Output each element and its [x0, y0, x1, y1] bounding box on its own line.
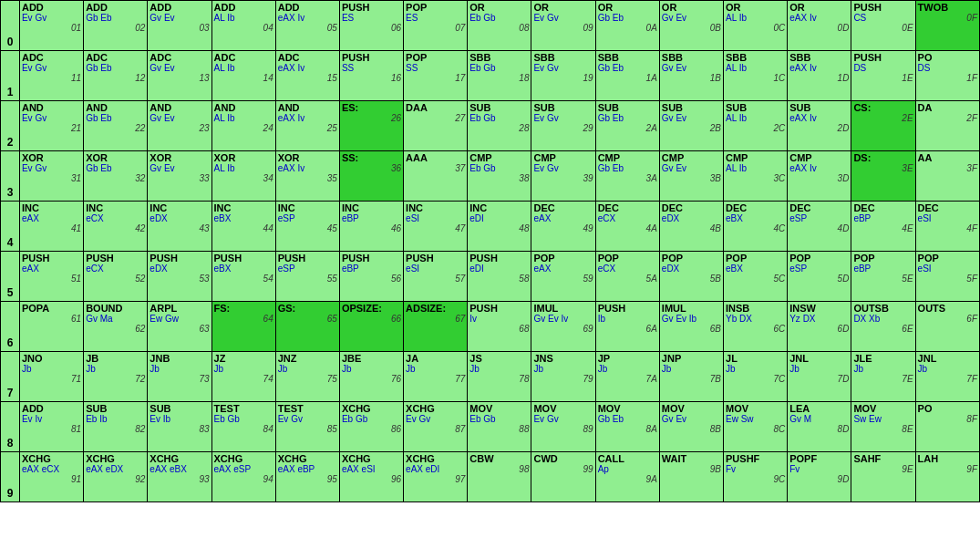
opcode-operands: eBP	[342, 264, 401, 274]
opcode-cell: PUSHCS0E	[851, 1, 915, 51]
opcode-cell: DA2F	[915, 101, 979, 151]
opcode-mnemonic: INSB	[726, 303, 785, 314]
opcode-hex: 44	[214, 223, 273, 233]
opcode-hex: 96	[342, 474, 401, 484]
row-label: 0	[1, 1, 20, 51]
opcode-mnemonic: MOV	[533, 403, 593, 414]
opcode-hex: 16	[342, 73, 401, 83]
opcode-mnemonic: AND	[22, 102, 81, 113]
row-label: 4	[1, 202, 20, 252]
opcode-mnemonic: XCHG	[406, 403, 465, 414]
opcode-hex: 5A	[598, 274, 657, 284]
opcode-hex: 4F	[918, 223, 977, 233]
opcode-hex: 97	[406, 474, 465, 484]
opcode-hex: 65	[278, 314, 337, 324]
opcode-operands: Gb Eb	[598, 414, 657, 424]
opcode-cell: OReAX Iv0D	[788, 1, 851, 51]
opcode-operands: eAX Iv	[278, 13, 337, 23]
opcode-hex: 26	[342, 113, 401, 123]
opcode-cell: JBJb72	[84, 352, 148, 402]
opcode-cell: ADCGb Eb12	[84, 51, 148, 101]
opcode-operands: Eb Gb	[469, 414, 529, 424]
opcode-hex: 5C	[726, 274, 785, 284]
opcode-mnemonic: DEC	[533, 202, 593, 213]
opcode-operands: eDX	[662, 264, 721, 274]
opcode-cell: XORGv Ev33	[148, 151, 211, 202]
opcode-hex: 46	[342, 223, 401, 233]
opcode-mnemonic: MOV	[662, 403, 721, 414]
opcode-cell: SUBEv Ib83	[148, 402, 211, 452]
opcode-hex: 32	[86, 173, 145, 183]
opcode-cell: MOVSw Ew8E	[851, 402, 915, 452]
opcode-operands: eDX	[150, 264, 209, 274]
opcode-mnemonic: DEC	[662, 202, 721, 213]
opcode-hex: 1F	[918, 73, 977, 83]
opcode-mnemonic: POP	[406, 2, 465, 13]
opcode-operands: Jb	[533, 364, 593, 374]
opcode-hex: 9C	[726, 474, 785, 484]
opcode-operands: Gv Ev	[150, 163, 209, 173]
opcode-operands: eAX eSP	[214, 464, 273, 474]
opcode-cell: POPFFv9D	[788, 452, 851, 502]
opcode-mnemonic: JNL	[789, 353, 849, 364]
opcode-operands: Gb Eb	[598, 63, 657, 73]
opcode-hex: 58	[469, 274, 529, 284]
opcode-hex: 1B	[662, 73, 721, 83]
opcode-operands: Sw Ew	[853, 414, 913, 424]
opcode-hex: 92	[86, 474, 145, 484]
opcode-cell: XCHGeAX eSP94	[211, 452, 275, 502]
opcode-hex: 0B	[662, 23, 721, 33]
opcode-operands: eAX eBP	[278, 464, 337, 474]
opcode-cell: INCeCX42	[84, 202, 148, 252]
opcode-cell: INCeBX44	[211, 202, 275, 252]
opcode-operands: eAX eDI	[406, 464, 465, 474]
opcode-mnemonic: SUB	[598, 102, 657, 113]
opcode-operands: Ev Ib	[150, 414, 209, 424]
opcode-hex: 7E	[853, 374, 913, 384]
opcode-hex: 2A	[598, 123, 657, 133]
opcode-cell: PUSHeSI57	[404, 252, 468, 302]
opcode-cell: JNSJb79	[531, 352, 595, 402]
opcode-cell: OREv Gv09	[531, 1, 595, 51]
opcode-hex: 0A	[598, 23, 657, 33]
opcode-mnemonic: DAA	[406, 102, 465, 113]
opcode-cell: SUBAL Ib2C	[724, 101, 788, 151]
opcode-cell: DECeCX4A	[595, 202, 659, 252]
opcode-operands: eAX	[22, 213, 81, 223]
opcode-cell: ORGb Eb0A	[595, 1, 659, 51]
opcode-operands: AL Ib	[726, 13, 785, 23]
opcode-mnemonic: POP	[598, 253, 657, 264]
opcode-cell: JLEJb7E	[851, 352, 915, 402]
opcode-cell: ANDeAX Iv25	[275, 101, 339, 151]
opcode-operands: Gv Ev Iv	[533, 314, 593, 324]
opcode-cell: DECeSP4D	[788, 202, 851, 252]
opcode-hex: 18	[469, 73, 529, 83]
opcode-cell: JNOJb71	[19, 352, 83, 402]
opcode-hex: 57	[406, 274, 465, 284]
opcode-mnemonic: GS:	[278, 303, 337, 314]
opcode-mnemonic: ADD	[150, 2, 209, 13]
opcode-operands: Ev Gv	[22, 13, 81, 23]
opcode-operands: Jb	[918, 364, 977, 374]
opcode-hex: 52	[86, 274, 145, 284]
opcode-cell: DECeDX4B	[659, 202, 723, 252]
opcode-cell: ADDAL Ib04	[211, 1, 275, 51]
opcode-mnemonic: PUSH	[469, 303, 529, 314]
opcode-cell: ADCeAX Iv15	[275, 51, 339, 101]
opcode-hex: 0D	[789, 23, 849, 33]
opcode-operands: Gb Eb	[86, 13, 145, 23]
opcode-hex: 0F	[918, 13, 977, 23]
opcode-mnemonic: MOV	[853, 403, 913, 414]
opcode-mnemonic: JNZ	[278, 353, 337, 364]
opcode-cell: LEAGv M8D	[788, 402, 851, 452]
opcode-cell: CS:2E	[851, 101, 915, 151]
opcode-operands: Gb Eb	[86, 63, 145, 73]
opcode-hex: 72	[86, 374, 145, 384]
opcode-cell: SBBEv Gv19	[531, 51, 595, 101]
opcode-operands: Jb	[86, 364, 145, 374]
opcode-operands: Eb Gb	[469, 113, 529, 123]
opcode-cell: POPA61	[19, 302, 83, 352]
opcode-mnemonic: SUB	[533, 102, 593, 113]
opcode-mnemonic: PUSH	[22, 253, 81, 264]
opcode-operands: eAX	[533, 264, 593, 274]
